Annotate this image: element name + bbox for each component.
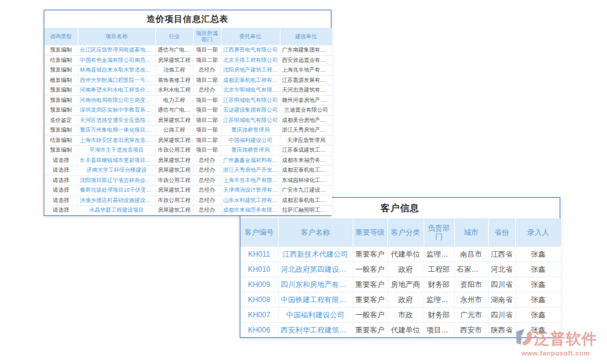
cell-link[interactable]: 江西新技术代建公司 xyxy=(278,247,353,262)
table-row: 预算编制台江区应急管理局救援基地停车棚、连廊建设项目通信与广电工程项目一部江西赛… xyxy=(44,46,332,56)
cell-link[interactable]: 重庆路桥管理局 xyxy=(221,146,280,156)
cell-link[interactable]: 上海市兆丰地产有限公司 xyxy=(221,175,280,186)
cell-link[interactable]: KH008 xyxy=(240,292,278,308)
cell-link[interactable]: 深圳龙岗区实验中学教育系统维修改造工程 xyxy=(78,106,155,116)
cell-link[interactable]: 中国铁建工程有限责任公司 xyxy=(278,292,353,308)
cell-link[interactable]: 中国福利建设公司 xyxy=(221,135,280,146)
cell-link[interactable]: 河南希望水利水电工程造价咨询项目 xyxy=(78,86,155,96)
cell: 一般客户 xyxy=(353,308,387,323)
cell: 天河志浩建筑有限公司 xyxy=(280,86,332,96)
cell: 房地产商 xyxy=(387,277,424,292)
cell: 天津应急管理局 xyxy=(280,135,332,146)
cell-link[interactable]: 上海市静安区老旧房屋改造加固工程 xyxy=(78,135,155,146)
cell-link[interactable]: 水晶华庭工程建设项目 xyxy=(78,206,155,215)
cell-link[interactable]: KH011 xyxy=(240,247,278,262)
cell: 项目二部 xyxy=(193,115,221,126)
column-header: 项目名称 xyxy=(78,28,155,46)
cell-link[interactable]: 山东水利建筑工程有限公司 xyxy=(221,195,280,206)
cell: 河北省 xyxy=(488,262,515,277)
cell: 浙江天秀房地产开发有限公司 xyxy=(280,126,332,136)
cell: 广安市九江建设工程公司 xyxy=(280,186,332,196)
table-row: 造价鉴定天河区道路交通安全应急指挥中心建设项目房屋建筑工程项目二部江苏明城电气有… xyxy=(44,115,332,126)
cell: 市政公用工程 xyxy=(155,195,193,206)
cell-link[interactable]: 西安利华工程建筑公司 xyxy=(278,323,353,338)
cell-link[interactable]: 成都宏泰机电工程有限公司 xyxy=(221,75,280,86)
cell: 房屋建筑工程 xyxy=(155,206,193,215)
column-header: 城市 xyxy=(454,218,488,247)
cell: 项目一部 xyxy=(193,126,221,136)
cell: 张鑫 xyxy=(515,247,561,262)
cell-link[interactable]: 四川东和房地产有限责任公司 xyxy=(278,277,353,292)
cell: 一般客户 xyxy=(353,262,387,277)
cell-link[interactable]: 济南大学工科综合楼建设 xyxy=(78,166,155,176)
table-row: 概算编制西华大学附属口腔医院一号楼装饰项目装饰装修工程项目二部成都宏泰机电工程有… xyxy=(44,75,332,86)
cell: 通信与广电工程 xyxy=(155,46,193,56)
cell: 冶炼工程 xyxy=(155,66,193,76)
cell: 项目一部 xyxy=(193,146,221,156)
cell-link[interactable]: 西华大学附属口腔医院一号楼装饰项目 xyxy=(78,75,155,86)
cell: 监理部门 xyxy=(424,292,454,308)
cell-link[interactable]: 广州鑫鑫金属材料有限公司 xyxy=(221,155,280,166)
cell: 总经办 xyxy=(193,86,221,96)
table-row: KH010河北政府第四建设股份有限公司一般客户政府工程部石家庄市河北省张鑫 xyxy=(240,262,561,277)
cell-link[interactable]: 沈阳项目部辽宁省吉林商会总部大厦项目 xyxy=(78,175,155,186)
cell: 市政公用工程 xyxy=(155,146,193,156)
table-row: KH009四川东和房地产有限责任公司重要客户房地产商财务部资阳市四川省张鑫 xyxy=(240,277,561,292)
cell-link[interactable]: 江西赛普电气有限公司 xyxy=(221,46,280,56)
column-header: 建设单位 xyxy=(280,28,332,46)
cell: 项目部门 xyxy=(424,323,454,338)
cell: 房屋建筑工程 xyxy=(155,155,193,166)
column-header: 客户分类 xyxy=(387,218,424,247)
cell-link[interactable]: 河南供电局有限公司兰岗变电站运维扩建工程 xyxy=(78,95,155,106)
table-row: 请选择水晶华庭工程建设项目房屋建筑工程总经办成都市来福劳务有限公司拉萨汇融照明工… xyxy=(44,206,332,215)
cell: 张鑫 xyxy=(515,292,561,308)
cell-link[interactable]: 北京市明城电气有限公司 xyxy=(221,86,280,96)
cell-link[interactable]: 天河区道路交通安全应急指挥中心建设项目 xyxy=(78,115,155,126)
cell: 房屋建筑工程 xyxy=(155,166,193,176)
cell-link[interactable]: 成都市来福劳务有限公司 xyxy=(221,206,280,215)
cell-link[interactable]: 长丰县双墩镇城市更新项目紫桐苑安置房 xyxy=(78,155,155,166)
cell-link[interactable]: 台江区应急管理局救援基地停车棚、连廊建设项目 xyxy=(78,46,155,56)
cell-link[interactable]: KH006 xyxy=(240,323,278,338)
cell: 项目二部 xyxy=(193,55,221,66)
cell-link[interactable]: KH007 xyxy=(240,308,278,323)
cell: 装饰装修工程 xyxy=(155,75,193,86)
cell: 东城园林绿化工程有限公司 xyxy=(280,175,332,186)
cell-link[interactable]: 中国有色金属有限公司南昌总部经济产业园项目 xyxy=(78,55,155,66)
column-header: 客户名称 xyxy=(278,218,353,247)
page: { "summary_table": { "title": "造价项目信息汇总表… xyxy=(0,0,607,364)
cell-link[interactable]: 林南县城自来水取水管道改迁建项目 xyxy=(78,66,155,76)
cell: 预算编制 xyxy=(44,146,78,156)
cell-link[interactable]: 餐厨垃圾处理项目10千伏变电站新建工程 xyxy=(78,186,155,196)
table-row: 预算编制河南供电局有限公司兰岗变电站运维扩建工程电力工程项目一部江苏明城电气有限… xyxy=(44,95,332,106)
cell: 市政公用工程 xyxy=(155,175,193,186)
cell-link[interactable]: 沈阳房地产建筑工程公司 xyxy=(221,66,280,76)
cell-link[interactable]: 浙江天秀房地产开发有限公司 xyxy=(221,166,280,176)
cell-link[interactable]: 重庆万州集电梯一体化项目配套道路工程 xyxy=(78,126,155,136)
cell: 上海兆丰地产有限公司 xyxy=(280,66,332,76)
cell-link[interactable]: 宏达建设集团有限公司 xyxy=(221,106,280,116)
cell-link[interactable]: 江苏明城电气有限公司 xyxy=(221,95,280,106)
cell-link[interactable]: KH010 xyxy=(240,262,278,277)
cell-link[interactable]: 天津博润设计管理有限公司 xyxy=(221,186,280,196)
cell-link[interactable]: 平湖市主干道改造项目 xyxy=(78,146,155,156)
fanpu-logo-url: www.fanpusoft.com xyxy=(514,349,597,357)
cell-link[interactable]: 洪塘乡团店村基础设施建设工程 xyxy=(78,195,155,206)
cell-link[interactable]: KH009 xyxy=(240,277,278,292)
cell-link[interactable]: 重庆路桥管理局 xyxy=(221,126,280,136)
table-row: KH006西安利华工程建筑公司重要客户代建单位项目部门西安市陕西省张鑫 xyxy=(240,323,561,338)
cell-link[interactable]: 北京天得工程有限公司 xyxy=(221,55,280,66)
cell: 财务部 xyxy=(424,308,454,323)
cell: 请选择 xyxy=(44,195,78,206)
cell: 代建单位 xyxy=(387,247,424,262)
cell: 兰迪置业有限公司 xyxy=(280,106,332,116)
cell-link[interactable]: 河北政府第四建设股份有限公司 xyxy=(278,262,353,277)
cell-link[interactable]: 江苏明城电气有限公司 xyxy=(221,115,280,126)
table-row: KH011江西新技术代建公司重要客户代建单位监理部门南昌市江西省张鑫 xyxy=(240,247,561,262)
cell: 总经办 xyxy=(193,206,221,215)
cell-link[interactable]: 中国福利建设公司 xyxy=(278,308,353,323)
cell: 概算编制 xyxy=(44,75,78,86)
cell: 房屋建筑工程 xyxy=(155,135,193,146)
cell: 四川省 xyxy=(488,277,515,292)
cell: 总经办 xyxy=(193,186,221,196)
